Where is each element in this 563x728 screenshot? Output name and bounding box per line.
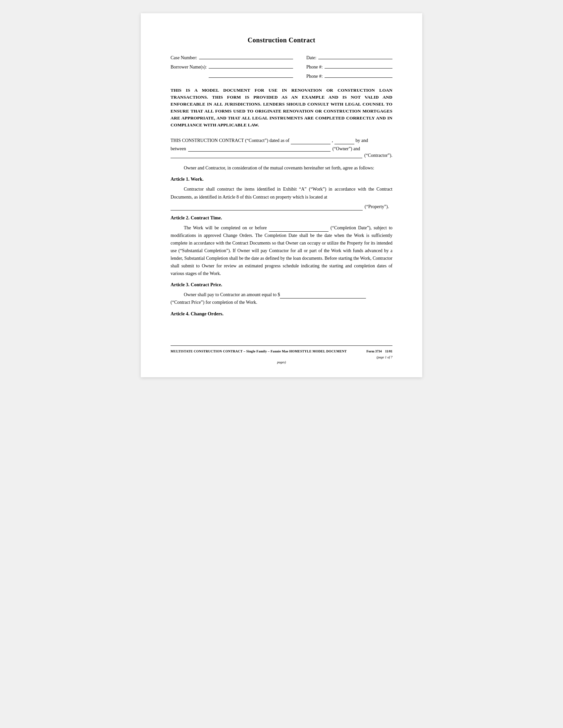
borrower-name-label: Borrower Name(s): (170, 65, 207, 70)
intro-text-2: by and (356, 137, 368, 145)
article4-heading: Article 4. Change Orders. (170, 311, 393, 317)
phone1-row: Phone #: (306, 63, 393, 70)
footer-top: MULTISTATE CONSTRUCTION CONTRACT – Singl… (170, 348, 393, 360)
right-form-col: Date: Phone #: Phone #: (306, 53, 393, 81)
article3-heading: Article 3. Contract Price. (170, 282, 393, 288)
phone2-input[interactable] (325, 72, 393, 78)
article1-heading: Article 1. Work. (170, 176, 393, 182)
contractor-row: (“Contractor”). (170, 153, 393, 158)
date-input[interactable] (318, 53, 393, 59)
document-page: Construction Contract Case Number: Borro… (141, 13, 422, 377)
borrower-name-input[interactable] (209, 63, 293, 68)
disclaimer-text: THIS IS A MODEL DOCUMENT FOR USE IN RENO… (170, 87, 393, 129)
contractor-name-input[interactable] (170, 153, 362, 158)
contract-intro-row: THIS CONSTRUCTION CONTRACT (“Contract”) … (170, 137, 393, 145)
contract-price-input[interactable] (280, 293, 366, 298)
article1-body: Contractor shall construct the items ide… (170, 187, 393, 199)
form-fields-section: Case Number: Borrower Name(s): Borrower … (170, 53, 393, 81)
phone2-label: Phone #: (306, 74, 323, 79)
article3-text1: Owner shall pay to Contractor an amount … (184, 292, 280, 297)
owner-suffix: (“Owner”) and (333, 146, 360, 152)
date-row: Date: (306, 53, 393, 61)
article2-text1-suffix: (“Completion Date”), (331, 225, 372, 230)
case-number-input[interactable] (199, 53, 293, 59)
phone1-input[interactable] (325, 63, 393, 68)
footer-left-text: MULTISTATE CONSTRUCTION CONTRACT – Singl… (170, 349, 347, 353)
completion-date-input[interactable] (269, 226, 329, 232)
owner-paragraph: Owner and Contractor, in consideration o… (170, 164, 393, 172)
borrower-name-row: Borrower Name(s): (170, 63, 293, 70)
date-label: Date: (306, 55, 316, 61)
phone2-row: Phone #: (306, 72, 393, 79)
case-number-row: Case Number: (170, 53, 293, 61)
contractor-suffix: (“Contractor”). (364, 153, 393, 158)
property-suffix: (“Property”). (365, 203, 389, 210)
property-line-container: (“Property”). (170, 203, 393, 210)
footer-pages-label: pages) (170, 360, 393, 364)
footer-page: (page 1 of 7 (377, 355, 393, 359)
left-form-col: Case Number: Borrower Name(s): Borrower … (170, 53, 293, 81)
extra-borrower-row: Borrower Name(s): (170, 72, 293, 79)
footer-form: Form 3734 11/01 (366, 349, 393, 353)
case-number-label: Case Number: (170, 55, 197, 61)
footer-right-block: Form 3734 11/01 (page 1 of 7 (366, 348, 393, 360)
article3-text2: (“Contract Price”) for completion of the… (170, 300, 257, 305)
article2-text2: subject to modifications in approved Cha… (170, 225, 393, 276)
owner-name-input[interactable] (188, 146, 331, 152)
article2-text: The Work will be completed on or before … (170, 224, 393, 278)
document-footer: MULTISTATE CONSTRUCTION CONTRACT – Singl… (170, 345, 393, 364)
form-date: 11/01 (385, 349, 393, 353)
article2-heading: Article 2. Contract Time. (170, 215, 393, 221)
article3-text: Owner shall pay to Contractor an amount … (170, 291, 393, 306)
intro-text-1: THIS CONSTRUCTION CONTRACT (“Contract”) … (170, 137, 290, 145)
article2-text1: The Work will be completed on or before (184, 225, 267, 230)
contract-date-input[interactable] (291, 139, 331, 144)
form-number: Form 3734 (366, 349, 382, 353)
article1-text: Contractor shall construct the items ide… (170, 185, 393, 210)
property-address-input[interactable] (170, 205, 363, 210)
phone1-label: Phone #: (306, 65, 323, 70)
between-label: between (170, 146, 186, 152)
comma-separator: , (332, 137, 333, 145)
extra-borrower-input[interactable] (209, 72, 293, 78)
between-row: between (“Owner”) and (170, 146, 393, 152)
document-title: Construction Contract (170, 36, 393, 44)
contract-year-input[interactable] (335, 139, 354, 144)
